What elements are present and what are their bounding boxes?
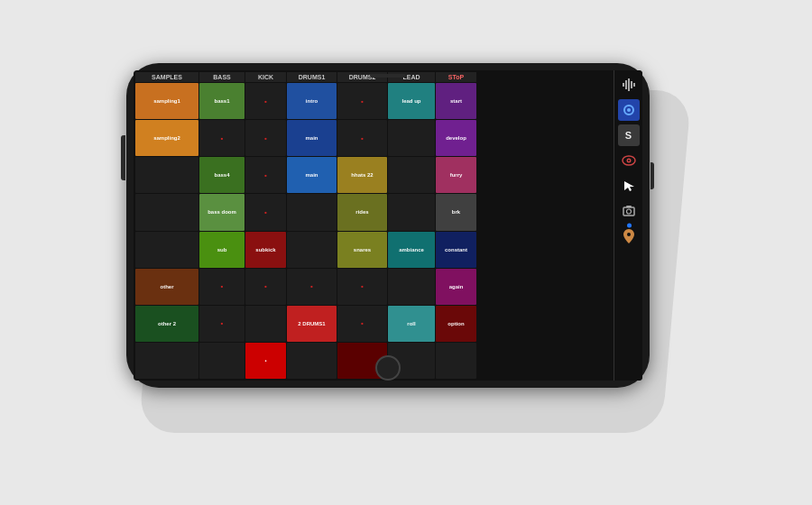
svg-rect-13: [626, 206, 632, 207]
header-drums1: DRUMS1: [287, 72, 337, 82]
svg-rect-11: [623, 207, 634, 216]
cell-empty: [388, 120, 435, 156]
table-row[interactable]: •: [135, 343, 612, 379]
phone-body: SAMPLES BASS KICK DRUMS1 DRUMS2 LEAD STo…: [126, 63, 650, 388]
cell-empty: [287, 343, 337, 379]
location-button[interactable]: [618, 225, 640, 247]
header-stop: SToP: [436, 72, 476, 82]
table-row[interactable]: other 2 2 DRUMS1 roll option: [135, 306, 612, 342]
cell-snares[interactable]: snares: [337, 232, 387, 268]
table-row[interactable]: bass doom rides brk: [135, 194, 612, 230]
cell-dot[interactable]: [245, 120, 286, 156]
svg-point-9: [628, 160, 630, 161]
svg-point-6: [627, 108, 631, 112]
cell-brk[interactable]: brk: [436, 194, 476, 230]
cell-empty: [287, 232, 337, 268]
cell-empty: [388, 194, 435, 230]
grid-area: SAMPLES BASS KICK DRUMS1 DRUMS2 LEAD STo…: [134, 70, 614, 381]
cell-empty: [245, 306, 286, 342]
cell-dot[interactable]: [337, 306, 387, 342]
cell-rides[interactable]: rides: [337, 194, 387, 230]
cell-constant[interactable]: constant: [436, 232, 476, 268]
svg-rect-0: [623, 83, 624, 87]
cursor-button[interactable]: [618, 175, 640, 197]
cell-option[interactable]: option: [436, 306, 476, 342]
waveform-button[interactable]: [618, 74, 640, 96]
cell-dot[interactable]: [287, 269, 337, 305]
svg-rect-1: [625, 80, 627, 89]
cell-empty: [287, 194, 337, 230]
cell-dot[interactable]: [337, 269, 387, 305]
cell-empty: [199, 343, 245, 379]
cell-bassdoom[interactable]: bass doom: [199, 194, 245, 230]
cell-develop[interactable]: develop: [436, 120, 476, 156]
cell-furry[interactable]: furry: [436, 157, 476, 193]
record-button[interactable]: [618, 99, 640, 121]
cell-dot[interactable]: [337, 83, 387, 119]
sensor-dot: [627, 224, 632, 228]
eye-button[interactable]: [618, 150, 640, 171]
cell-empty: [388, 157, 435, 193]
session-label: S: [625, 130, 632, 141]
rows-grid: sampling1 bass1 intro lead up start samp…: [135, 83, 612, 379]
cell-empty: [436, 343, 476, 379]
header-kick: KICK: [245, 72, 286, 82]
cell-dot[interactable]: [245, 269, 286, 305]
cell-sampling1[interactable]: sampling1: [135, 83, 198, 119]
cell-dot[interactable]: [245, 83, 286, 119]
cell-lead-up[interactable]: lead up: [388, 83, 435, 119]
cell-empty: [388, 269, 435, 305]
eye-icon: [622, 155, 636, 166]
cell-bass4[interactable]: bass4: [199, 157, 245, 193]
svg-rect-3: [631, 81, 632, 88]
cell-hhats22[interactable]: hhats 22: [337, 157, 387, 193]
cell-dot[interactable]: [337, 120, 387, 156]
cell-other2[interactable]: other 2: [135, 306, 198, 342]
cell-sub[interactable]: sub: [199, 232, 245, 268]
cell-2drums1[interactable]: 2 DRUMS1: [287, 306, 337, 342]
cell-subkick[interactable]: subkick: [245, 232, 286, 268]
snapshot-button[interactable]: [618, 200, 640, 222]
header-bass: BASS: [199, 72, 245, 82]
screen: SAMPLES BASS KICK DRUMS1 DRUMS2 LEAD STo…: [134, 70, 642, 381]
table-row[interactable]: sampling1 bass1 intro lead up start: [135, 83, 612, 119]
speaker-top: [370, 74, 406, 78]
cell-bass1[interactable]: bass1: [199, 83, 245, 119]
svg-rect-4: [633, 83, 635, 87]
cell-start[interactable]: start: [436, 83, 476, 119]
svg-point-14: [627, 233, 631, 236]
cell-dot[interactable]: [199, 306, 245, 342]
cell-dot[interactable]: [199, 269, 245, 305]
cell-main1[interactable]: main: [287, 120, 337, 156]
cell-red-accent[interactable]: •: [245, 343, 286, 379]
home-button[interactable]: [375, 355, 401, 381]
cell-again[interactable]: again: [436, 269, 476, 305]
cell-empty: [135, 157, 198, 193]
table-row[interactable]: sampling2 main develop: [135, 120, 612, 156]
cell-empty: [135, 232, 198, 268]
cell-main2[interactable]: main: [287, 157, 337, 193]
cell-ambiance[interactable]: ambiance: [388, 232, 435, 268]
svg-rect-2: [628, 78, 630, 91]
cell-dot[interactable]: [245, 157, 286, 193]
svg-point-12: [626, 209, 631, 214]
cell-empty: [135, 343, 198, 379]
header-samples: SAMPLES: [135, 72, 198, 82]
phone-container: SAMPLES BASS KICK DRUMS1 DRUMS2 LEAD STo…: [126, 63, 686, 442]
cursor-icon: [623, 179, 635, 192]
cell-sampling2[interactable]: sampling2: [135, 120, 198, 156]
table-row[interactable]: other again: [135, 269, 612, 305]
table-row[interactable]: sub subkick snares ambiance constant: [135, 232, 612, 268]
record-icon: [623, 104, 635, 116]
cell-roll[interactable]: roll: [388, 306, 435, 342]
location-icon: [623, 229, 634, 243]
cell-other[interactable]: other: [135, 269, 198, 305]
cell-dot[interactable]: [245, 194, 286, 230]
cell-dot[interactable]: [199, 120, 245, 156]
svg-marker-10: [624, 181, 634, 191]
cell-intro[interactable]: intro: [287, 83, 337, 119]
session-button[interactable]: S: [618, 124, 640, 146]
table-row[interactable]: bass4 main hhats 22 furry: [135, 157, 612, 193]
cell-empty: [135, 194, 198, 230]
snapshot-icon: [623, 205, 635, 217]
